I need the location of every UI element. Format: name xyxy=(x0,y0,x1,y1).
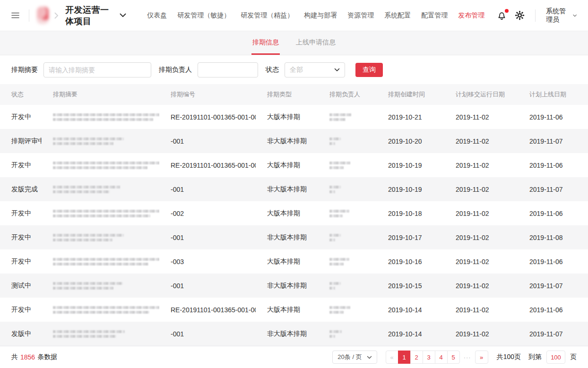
column-header: 排期类型 xyxy=(256,84,318,105)
cell-handover: 2019-11-02 xyxy=(444,129,518,153)
cell-online: 2019-11-07 xyxy=(518,274,588,298)
redacted-text xyxy=(53,162,159,164)
chevron-right-icon xyxy=(54,12,59,19)
column-header: 计划移交运行日期 xyxy=(444,84,518,105)
cell-code: RE-20191101-001365-001-001 xyxy=(159,153,256,177)
cell-type: 非大版本排期 xyxy=(256,129,318,153)
redacted-text xyxy=(329,162,350,164)
redacted-text xyxy=(329,118,346,121)
project-switch-chevron-down-icon[interactable] xyxy=(120,13,126,17)
summary-filter-label: 排期摘要 xyxy=(11,66,38,74)
cell-type: 大版本排期 xyxy=(256,201,318,225)
redacted-text xyxy=(53,166,147,169)
cell-type: 非大版本排期 xyxy=(256,225,318,249)
cell-owner xyxy=(318,274,377,298)
redacted-text xyxy=(53,137,124,140)
cell-status: 测试中 xyxy=(0,274,42,298)
notification-bell-icon[interactable] xyxy=(497,10,507,21)
redacted-text xyxy=(329,210,349,213)
table-row[interactable]: 开发中-003大版本排期2019-10-162019-11-022019-11-… xyxy=(0,249,588,274)
page-button[interactable]: 1 xyxy=(398,351,411,364)
hamburger-menu-icon[interactable] xyxy=(11,12,19,18)
table-row[interactable]: 发版完成-001非大版本排期2019-10-192019-11-022019-1… xyxy=(0,177,588,201)
redacted-text xyxy=(53,214,150,217)
cell-handover: 2019-11-02 xyxy=(444,322,518,346)
cell-type: 大版本排期 xyxy=(256,105,318,129)
cell-code: -002 xyxy=(159,201,256,225)
table-row[interactable]: 开发中RE-20191101-001365-001-001大版本排期2019-1… xyxy=(0,298,588,322)
page-button[interactable]: 3 xyxy=(423,351,435,364)
user-chevron-down-icon xyxy=(573,14,577,17)
cell-code: RE-20191101-001365-001-001 xyxy=(159,298,256,322)
cell-status: 开发中 xyxy=(0,225,42,249)
page-button[interactable]: 2 xyxy=(410,351,423,364)
cell-status: 开发中 xyxy=(0,298,42,322)
table-row[interactable]: 测试中-001非大版本排期2019-10-152019-11-022019-11… xyxy=(0,274,588,298)
table-row[interactable]: 开发中RE-20191101-001365-001-001大版本排期2019-1… xyxy=(0,153,588,177)
table-row[interactable]: 发版中-001非大版本排期2019-10-142019-11-022019-11… xyxy=(0,322,588,346)
cell-code: -001 xyxy=(159,129,256,153)
cell-summary xyxy=(42,129,159,153)
cell-online: 2019-11-06 xyxy=(518,298,588,322)
tab[interactable]: 排期信息 xyxy=(251,31,280,55)
next-page-button[interactable]: » xyxy=(475,351,488,364)
redacted-text xyxy=(329,287,335,290)
schedule-table: 状态排期摘要排期编号排期类型排期负责人排期创建时间计划移交运行日期计划上线日期 … xyxy=(0,84,588,346)
nav-item[interactable]: 研发管理（敏捷） xyxy=(177,11,230,20)
nav-item[interactable]: 配置管理 xyxy=(421,11,448,20)
redacted-text xyxy=(53,113,159,116)
redacted-text xyxy=(329,239,335,241)
cell-owner xyxy=(318,129,377,153)
settings-gear-icon[interactable] xyxy=(515,10,525,20)
prev-page-button[interactable]: « xyxy=(386,351,398,364)
page-button[interactable]: 4 xyxy=(435,351,448,364)
cell-owner xyxy=(318,225,377,249)
footer-bar: 共 1856 条数据 20条 / 页 «12345 ··· » 共100页 到第… xyxy=(0,346,588,368)
cell-summary xyxy=(42,177,159,201)
nav-item[interactable]: 发布管理 xyxy=(458,11,484,20)
table-row[interactable]: 开发中RE-20191101-001365-001-001大版本排期2019-1… xyxy=(0,105,588,129)
page-size-select[interactable]: 20条 / 页 xyxy=(332,351,377,364)
tab-bar: 排期信息上线申请信息 xyxy=(0,31,588,55)
nav-item[interactable]: 系统配置 xyxy=(384,11,411,20)
redacted-text xyxy=(329,137,341,140)
filter-bar: 排期摘要 排期负责人 状态 全部 查询 xyxy=(0,55,588,84)
nav-item[interactable]: 研发管理（精益） xyxy=(241,11,294,20)
cell-owner xyxy=(318,177,377,201)
tab[interactable]: 上线申请信息 xyxy=(295,31,337,55)
divider xyxy=(29,9,29,22)
nav-item[interactable]: 构建与部署 xyxy=(304,11,337,20)
column-header: 排期编号 xyxy=(159,84,256,105)
query-button[interactable]: 查询 xyxy=(355,63,383,77)
owner-filter-input[interactable] xyxy=(198,62,258,77)
cell-owner xyxy=(318,249,377,274)
table-row[interactable]: 开发中-001非大版本排期2019-10-172019-11-022019-11… xyxy=(0,225,588,249)
redacted-text xyxy=(53,142,113,145)
nav-item[interactable]: 资源管理 xyxy=(347,11,374,20)
cell-handover: 2019-11-02 xyxy=(444,225,518,249)
cell-summary xyxy=(42,298,159,322)
table-row[interactable]: 开发中-002大版本排期2019-10-182019-11-022019-11-… xyxy=(0,201,588,225)
cell-handover: 2019-11-02 xyxy=(444,153,518,177)
redacted-text xyxy=(329,311,344,314)
cell-created: 2019-10-14 xyxy=(377,298,444,322)
user-menu[interactable]: 系统管理员 xyxy=(546,7,577,24)
cell-type: 非大版本排期 xyxy=(256,177,318,201)
cell-code: -001 xyxy=(159,274,256,298)
page-button[interactable]: 5 xyxy=(447,351,460,364)
table-header-row: 状态排期摘要排期编号排期类型排期负责人排期创建时间计划移交运行日期计划上线日期 xyxy=(0,84,588,105)
redacted-text xyxy=(329,166,344,169)
cell-type: 非大版本排期 xyxy=(256,274,318,298)
goto-page-input[interactable] xyxy=(546,351,565,364)
table-row[interactable]: 排期评审中-001非大版本排期2019-10-202019-11-022019-… xyxy=(0,129,588,153)
status-filter-select[interactable]: 全部 xyxy=(285,62,345,77)
cell-summary xyxy=(42,225,159,249)
nav-item[interactable]: 仪表盘 xyxy=(147,11,167,20)
redacted-text xyxy=(329,214,343,217)
redacted-text xyxy=(53,234,124,237)
cell-created: 2019-10-16 xyxy=(377,249,444,274)
redacted-text xyxy=(53,210,159,213)
redacted-text xyxy=(53,239,112,241)
cell-status: 开发中 xyxy=(0,249,42,274)
summary-filter-input[interactable] xyxy=(43,62,151,77)
